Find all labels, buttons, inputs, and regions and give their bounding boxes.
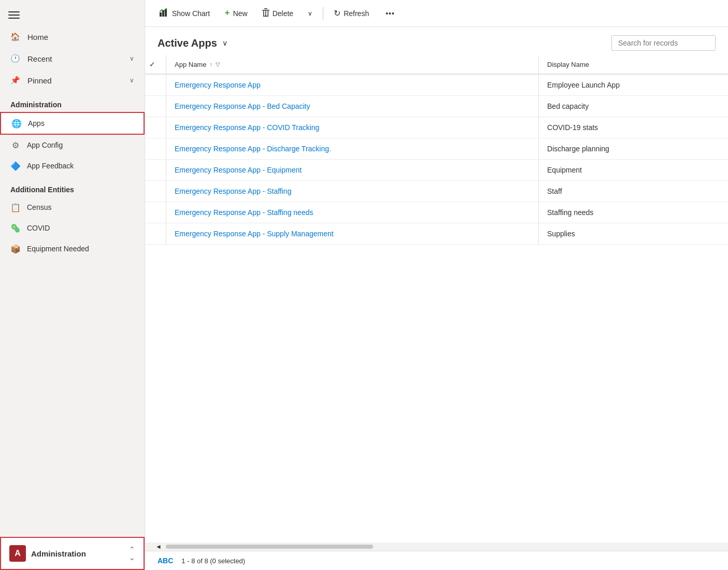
sidebar-item-pinned[interactable]: 📌 Pinned ∨ bbox=[0, 69, 145, 91]
sidebar-item-recent[interactable]: 🕐 Recent ∨ bbox=[0, 48, 145, 69]
row-checkbox-0[interactable] bbox=[145, 74, 166, 96]
display-name-header: Display Name bbox=[539, 55, 728, 74]
more-options-icon: ••• bbox=[386, 9, 395, 18]
search-input[interactable] bbox=[611, 35, 716, 51]
show-chart-button[interactable]: Show Chart bbox=[153, 5, 216, 22]
row-checkbox-7[interactable] bbox=[145, 223, 166, 245]
refresh-button[interactable]: ↻ Refresh bbox=[327, 5, 375, 21]
covid-icon: 🦠 bbox=[10, 223, 21, 233]
app-config-label: App Config bbox=[27, 141, 63, 149]
delete-button[interactable]: Delete bbox=[256, 5, 299, 22]
row-checkbox-4[interactable] bbox=[145, 160, 166, 181]
pinned-icon: 📌 bbox=[10, 76, 20, 85]
table-row: Emergency Response App - Staffing Staff bbox=[145, 181, 728, 202]
row-app-name-1: Emergency Response App - Bed Capacity bbox=[166, 96, 538, 117]
sort-icon[interactable]: ↑ bbox=[209, 61, 212, 67]
section-header-administration: Administration bbox=[0, 91, 145, 112]
app-name-link-7[interactable]: Emergency Response App - Supply Manageme… bbox=[175, 230, 334, 238]
scroll-left-arrow[interactable]: ◄ bbox=[153, 543, 164, 550]
row-display-name-5: Staff bbox=[539, 181, 728, 202]
toolbar-divider bbox=[323, 7, 323, 20]
census-label: Census bbox=[27, 203, 51, 211]
sidebar-bottom-bar[interactable]: A Administration ⌃⌄ bbox=[0, 537, 145, 570]
filter-icon[interactable]: ▽ bbox=[216, 61, 220, 68]
table-row: Emergency Response App - COVID Tracking … bbox=[145, 117, 728, 138]
title-dropdown-icon[interactable]: ∨ bbox=[222, 39, 227, 47]
svg-rect-5 bbox=[263, 11, 264, 16]
app-name-header-label: App Name bbox=[175, 61, 206, 68]
row-checkbox-1[interactable] bbox=[145, 96, 166, 117]
table-row: Emergency Response App Employee Launch A… bbox=[145, 74, 728, 96]
app-name-link-4[interactable]: Emergency Response App - Equipment bbox=[175, 166, 302, 174]
recent-icon: 🕐 bbox=[10, 54, 20, 63]
pinned-chevron: ∨ bbox=[130, 77, 134, 84]
svg-rect-8 bbox=[263, 16, 268, 17]
main-content: Show Chart + New Delete ∨ bbox=[145, 0, 728, 570]
dropdown-button[interactable]: ∨ bbox=[302, 7, 319, 20]
app-name-link-1[interactable]: Emergency Response App - Bed Capacity bbox=[175, 102, 310, 110]
user-avatar: A bbox=[9, 545, 26, 562]
new-button[interactable]: + New bbox=[218, 5, 254, 22]
abc-button[interactable]: ABC bbox=[158, 557, 173, 565]
recent-label: Recent bbox=[27, 54, 122, 63]
app-name-link-5[interactable]: Emergency Response App - Staffing bbox=[175, 187, 291, 195]
table-row: Emergency Response App - Equipment Equip… bbox=[145, 160, 728, 181]
table-row: Emergency Response App - Bed Capacity Be… bbox=[145, 96, 728, 117]
row-checkbox-5[interactable] bbox=[145, 181, 166, 202]
app-feedback-icon: 🔷 bbox=[10, 161, 21, 171]
content-footer: ABC 1 - 8 of 8 (0 selected) bbox=[145, 551, 728, 570]
sidebar-item-equipment-needed[interactable]: 📦 Equipment Needed bbox=[0, 238, 145, 259]
pinned-label: Pinned bbox=[27, 76, 122, 85]
app-name-link-3[interactable]: Emergency Response App - Discharge Track… bbox=[175, 145, 331, 153]
refresh-label: Refresh bbox=[344, 9, 369, 18]
data-table-container: ✓ App Name ↑ ▽ Display Name bbox=[145, 55, 728, 543]
refresh-icon: ↻ bbox=[334, 8, 340, 18]
row-display-name-3: Discharge planning bbox=[539, 138, 728, 160]
row-display-name-7: Supplies bbox=[539, 223, 728, 245]
row-app-name-0: Emergency Response App bbox=[166, 74, 538, 96]
sidebar-item-app-config[interactable]: ⚙ App Config bbox=[0, 135, 145, 155]
table-row: Emergency Response App - Discharge Track… bbox=[145, 138, 728, 160]
apps-table: ✓ App Name ↑ ▽ Display Name bbox=[145, 55, 728, 245]
sidebar-item-home[interactable]: 🏠 Home bbox=[0, 26, 145, 48]
table-row: Emergency Response App - Supply Manageme… bbox=[145, 223, 728, 245]
record-count: 1 - 8 of 8 (0 selected) bbox=[181, 557, 245, 565]
sidebar-item-covid[interactable]: 🦠 COVID bbox=[0, 218, 145, 238]
app-config-icon: ⚙ bbox=[10, 140, 21, 150]
svg-rect-6 bbox=[265, 11, 266, 16]
delete-label: Delete bbox=[273, 9, 293, 18]
check-all-header[interactable]: ✓ bbox=[145, 55, 166, 74]
equipment-icon: 📦 bbox=[10, 244, 21, 254]
hamburger-menu[interactable] bbox=[0, 0, 145, 26]
row-checkbox-2[interactable] bbox=[145, 117, 166, 138]
horizontal-scrollbar[interactable] bbox=[166, 545, 373, 549]
app-name-link-0[interactable]: Emergency Response App bbox=[175, 81, 261, 89]
app-name-link-6[interactable]: Emergency Response App - Staffing needs bbox=[175, 208, 313, 217]
app-feedback-label: App Feedback bbox=[27, 162, 74, 170]
app-name-link-2[interactable]: Emergency Response App - COVID Tracking bbox=[175, 123, 319, 132]
bottom-label: Administration bbox=[31, 549, 124, 558]
section-header-additional-entities: Additional Entities bbox=[0, 176, 145, 197]
row-app-name-6: Emergency Response App - Staffing needs bbox=[166, 202, 538, 223]
covid-label: COVID bbox=[27, 224, 50, 232]
more-options-button[interactable]: ••• bbox=[379, 6, 401, 21]
row-app-name-2: Emergency Response App - COVID Tracking bbox=[166, 117, 538, 138]
sidebar-item-apps[interactable]: 🌐 Apps bbox=[0, 112, 145, 135]
census-icon: 📋 bbox=[10, 202, 21, 212]
row-checkbox-6[interactable] bbox=[145, 202, 166, 223]
row-display-name-1: Bed capacity bbox=[539, 96, 728, 117]
display-name-header-label: Display Name bbox=[547, 61, 589, 68]
table-row: Emergency Response App - Staffing needs … bbox=[145, 202, 728, 223]
row-app-name-7: Emergency Response App - Supply Manageme… bbox=[166, 223, 538, 245]
apps-label: Apps bbox=[28, 119, 45, 127]
sidebar-item-census[interactable]: 📋 Census bbox=[0, 197, 145, 218]
row-app-name-3: Emergency Response App - Discharge Track… bbox=[166, 138, 538, 160]
scrollbar-area: ◄ bbox=[145, 543, 728, 551]
toolbar: Show Chart + New Delete ∨ bbox=[145, 0, 728, 27]
sidebar-item-app-feedback[interactable]: 🔷 App Feedback bbox=[0, 155, 145, 176]
row-checkbox-3[interactable] bbox=[145, 138, 166, 160]
table-header-row: ✓ App Name ↑ ▽ Display Name bbox=[145, 55, 728, 74]
svg-rect-4 bbox=[264, 8, 267, 9]
content-header: Active Apps ∨ bbox=[145, 27, 728, 55]
expand-icon: ⌃⌄ bbox=[129, 545, 135, 562]
